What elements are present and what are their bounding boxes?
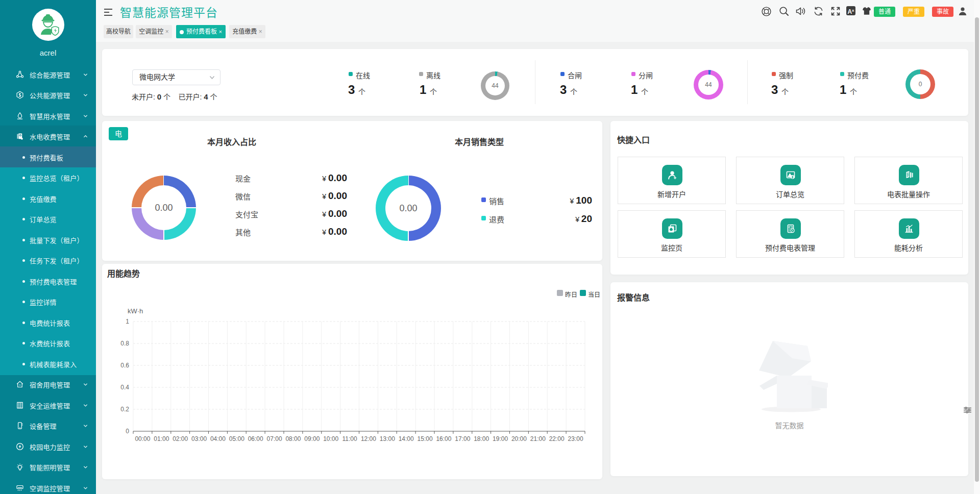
- svg-text:16:00: 16:00: [436, 435, 451, 442]
- svg-text:18:00: 18:00: [474, 435, 489, 442]
- svg-text:0.2: 0.2: [120, 406, 129, 413]
- svg-text:07:00: 07:00: [267, 435, 282, 442]
- svg-text:0: 0: [126, 428, 129, 435]
- svg-text:00:00: 00:00: [135, 435, 150, 442]
- svg-text:04:00: 04:00: [210, 435, 226, 442]
- svg-text:14:00: 14:00: [399, 435, 414, 442]
- svg-text:17:00: 17:00: [455, 435, 470, 442]
- svg-text:06:00: 06:00: [248, 435, 263, 442]
- svg-text:09:00: 09:00: [304, 435, 320, 442]
- svg-text:13:00: 13:00: [380, 435, 395, 442]
- svg-text:11:00: 11:00: [342, 435, 357, 442]
- svg-text:21:00: 21:00: [530, 435, 546, 442]
- svg-text:01:00: 01:00: [154, 435, 169, 442]
- svg-text:19:00: 19:00: [493, 435, 508, 442]
- svg-text:12:00: 12:00: [361, 435, 376, 442]
- svg-text:23:00: 23:00: [568, 435, 583, 442]
- svg-text:22:00: 22:00: [549, 435, 565, 442]
- svg-text:02:00: 02:00: [173, 435, 188, 442]
- svg-text:08:00: 08:00: [285, 435, 301, 442]
- svg-text:15:00: 15:00: [418, 435, 433, 442]
- svg-text:03:00: 03:00: [191, 435, 207, 442]
- svg-text:0.6: 0.6: [120, 362, 129, 369]
- svg-text:10:00: 10:00: [323, 435, 338, 442]
- svg-text:05:00: 05:00: [229, 435, 244, 442]
- svg-text:0.4: 0.4: [120, 384, 129, 391]
- svg-text:20:00: 20:00: [511, 435, 527, 442]
- svg-text:1: 1: [126, 318, 129, 325]
- svg-text:0.8: 0.8: [120, 340, 129, 347]
